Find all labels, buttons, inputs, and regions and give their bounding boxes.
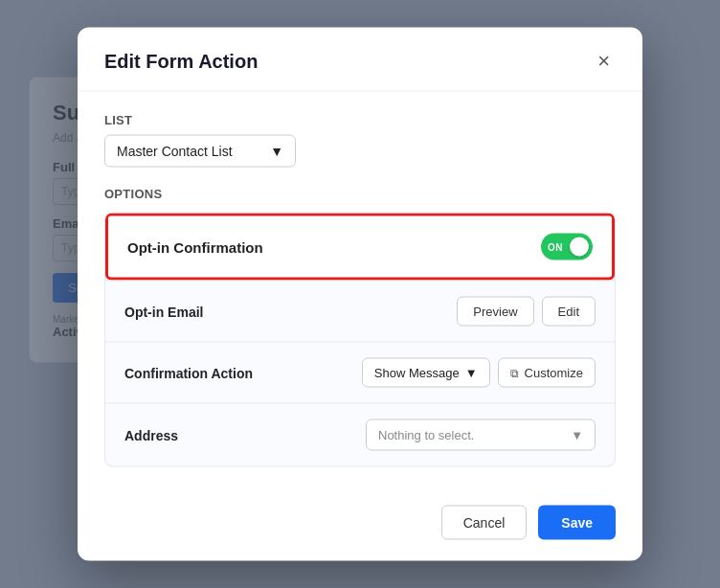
address-row: Address Nothing to select. ▼ (105, 404, 615, 466)
confirmation-action-row: Confirmation Action Show Message ▼ ⧉ Cus… (105, 343, 615, 403)
toggle-on-label: ON (548, 241, 563, 252)
options-section-label: Options (104, 187, 616, 201)
list-dropdown-arrow: ▼ (270, 144, 283, 159)
list-selected-value: Master Contact List (117, 144, 233, 159)
optin-confirmation-row: Opt-in Confirmation ON (105, 214, 615, 281)
options-card: Opt-in Confirmation ON Opt-in Email Prev… (104, 213, 616, 467)
modal-header: Edit Form Action × (78, 28, 642, 92)
show-message-arrow: ▼ (465, 366, 478, 380)
edit-form-action-modal: Edit Form Action × List Master Contact L… (78, 28, 642, 561)
confirmation-action-label: Confirmation Action (124, 365, 253, 380)
show-message-value: Show Message (374, 366, 460, 380)
list-section-label: List (104, 113, 616, 127)
list-dropdown[interactable]: Master Contact List ▼ (104, 135, 296, 168)
customize-button[interactable]: ⧉ Customize (498, 358, 596, 388)
customize-label: Customize (525, 366, 583, 380)
optin-email-row: Opt-in Email Preview Edit (105, 282, 615, 342)
preview-button[interactable]: Preview (457, 297, 533, 327)
optin-email-actions: Preview Edit (457, 297, 596, 327)
save-button[interactable]: Save (538, 506, 616, 540)
optin-toggle-container[interactable]: ON (541, 234, 593, 260)
copy-icon: ⧉ (510, 366, 519, 379)
optin-email-label: Opt-in Email (124, 304, 203, 319)
show-message-dropdown[interactable]: Show Message ▼ (362, 358, 490, 388)
modal-overlay: Edit Form Action × List Master Contact L… (0, 0, 720, 588)
cancel-button[interactable]: Cancel (441, 506, 528, 540)
modal-title: Edit Form Action (104, 50, 258, 72)
modal-body: List Master Contact List ▼ Options Opt-i… (78, 92, 642, 490)
close-button[interactable]: × (592, 49, 616, 74)
optin-toggle[interactable]: ON (541, 234, 593, 260)
toggle-knob (570, 237, 589, 257)
address-label: Address (124, 427, 178, 442)
address-dropdown[interactable]: Nothing to select. ▼ (366, 419, 596, 451)
edit-button[interactable]: Edit (542, 297, 596, 327)
modal-footer: Cancel Save (78, 490, 642, 561)
confirmation-action-controls: Show Message ▼ ⧉ Customize (362, 358, 596, 388)
address-value: Nothing to select. (378, 428, 474, 442)
optin-confirmation-label: Opt-in Confirmation (127, 238, 263, 255)
address-arrow: ▼ (571, 428, 583, 442)
